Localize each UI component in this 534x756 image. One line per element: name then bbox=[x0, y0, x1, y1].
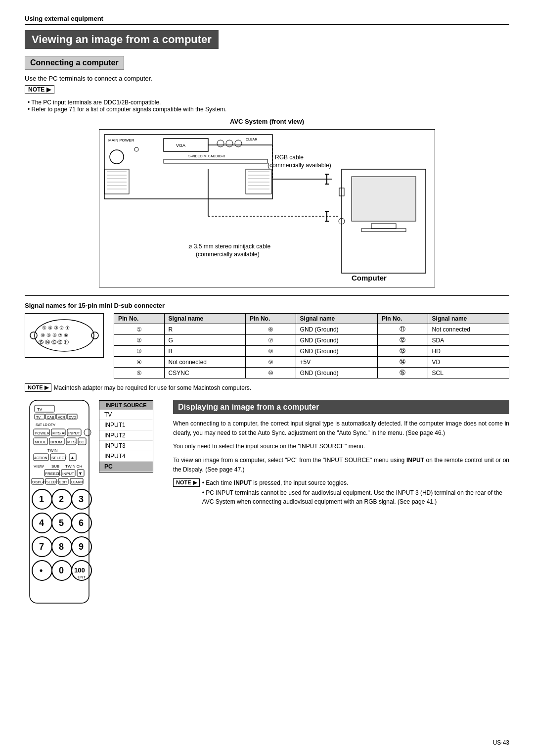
right-bottom: Displaying an image from a computer When… bbox=[173, 400, 509, 610]
pin1-cell: ④ bbox=[114, 357, 165, 368]
svg-text:TWIN: TWIN bbox=[47, 448, 58, 453]
pin1-cell: ⑤ bbox=[114, 368, 165, 378]
signal-section-title: Signal names for 15-pin mini D-sub conne… bbox=[25, 302, 509, 309]
svg-text:ACTION: ACTION bbox=[34, 456, 47, 460]
svg-text:SUB: SUB bbox=[51, 464, 59, 469]
svg-rect-12 bbox=[104, 169, 129, 194]
pin1-cell: ③ bbox=[114, 346, 165, 357]
svg-point-47 bbox=[91, 332, 98, 339]
sig1-cell: B bbox=[164, 346, 245, 357]
svg-text:8: 8 bbox=[59, 542, 64, 552]
svg-rect-4 bbox=[164, 139, 208, 151]
signal-layout: ⑤ ④ ③ ② ① ⑩ ⑨ ⑧ ⑦ ⑥ ⑮ ⑭ ⑬ ⑫ ⑪ Pin No. Si… bbox=[25, 313, 509, 378]
svg-rect-11 bbox=[164, 159, 267, 163]
pin3-cell: ⑭ bbox=[378, 357, 428, 368]
sig2-cell: +5V bbox=[296, 357, 377, 368]
display-para-2: You only need to select the input source… bbox=[173, 442, 509, 451]
avc-diagram-title: AVC System (front view) bbox=[25, 118, 509, 125]
divider-signal bbox=[25, 295, 509, 296]
page-header: Using external equipment bbox=[25, 15, 509, 25]
svg-point-46 bbox=[30, 332, 37, 339]
display-para-3: To view an image from a computer, select… bbox=[173, 456, 509, 474]
svg-point-2 bbox=[110, 150, 124, 164]
svg-text:7: 7 bbox=[39, 542, 44, 552]
svg-text:SAT  LD  DTV: SAT LD DTV bbox=[36, 423, 55, 426]
table-row: ④ Not connected ⑨ +5V ⑭ VD bbox=[114, 357, 509, 368]
connector-diagram: ⑤ ④ ③ ② ① ⑩ ⑨ ⑧ ⑦ ⑥ ⑮ ⑭ ⑬ ⑫ ⑪ bbox=[25, 313, 104, 358]
table-row: ⑤ CSYNC ⑩ GND (Ground) ⑮ SCL bbox=[114, 368, 509, 378]
input-source-input1[interactable]: INPUT1 bbox=[99, 420, 153, 430]
connecting-intro: Use the PC terminals to connect a comput… bbox=[25, 75, 509, 82]
svg-text:TV: TV bbox=[36, 416, 41, 419]
table-row: ② G ⑦ GND (Ground) ⑫ SDA bbox=[114, 335, 509, 346]
col-sig3: Signal name bbox=[428, 314, 509, 324]
input-source-box: INPUT SOURCE TV INPUT1 INPUT2 INPUT3 INP… bbox=[99, 400, 153, 472]
connecting-note: NOTE ▶ bbox=[25, 85, 509, 96]
col-pin2: Pin No. bbox=[245, 314, 296, 324]
input-source-input2[interactable]: INPUT2 bbox=[99, 430, 153, 441]
input-source-header: INPUT SOURCE bbox=[99, 401, 153, 410]
svg-text:Computer: Computer bbox=[352, 274, 387, 282]
svg-text:MTS: MTS bbox=[67, 440, 76, 444]
svg-text:TV: TV bbox=[37, 407, 43, 412]
svg-text:▼: ▼ bbox=[78, 471, 83, 476]
pin3-cell: ⑬ bbox=[378, 346, 428, 357]
input-source-input3[interactable]: INPUT3 bbox=[99, 441, 153, 451]
svg-text:(commercially available): (commercially available) bbox=[267, 162, 331, 169]
svg-text:SELECT: SELECT bbox=[51, 456, 67, 460]
sig2-cell: GND (Ground) bbox=[296, 368, 377, 378]
input-source-tv[interactable]: TV bbox=[99, 410, 153, 420]
avc-diagram-section: AVC System (front view) MAIN POWER VGA C… bbox=[25, 118, 509, 287]
note-tag: NOTE ▶ bbox=[25, 85, 54, 94]
display-para-1: When connecting to a computer, the corre… bbox=[173, 419, 509, 438]
section-title: Using external equipment bbox=[25, 15, 509, 25]
svg-text:CLEAR: CLEAR bbox=[246, 138, 257, 141]
sig1-cell: G bbox=[164, 335, 245, 346]
svg-text:(commercially available): (commercially available) bbox=[196, 251, 260, 258]
displaying-heading: Displaying an image from a computer bbox=[173, 400, 509, 414]
main-title: Viewing an image from a computer bbox=[25, 30, 219, 49]
remote-svg: TV TV CAB VCR DVD SAT LD DTV POWER MTS A bbox=[25, 400, 94, 608]
svg-point-8 bbox=[235, 140, 242, 147]
svg-text:ENT: ENT bbox=[78, 575, 86, 579]
svg-rect-33 bbox=[371, 224, 396, 229]
avc-diagram-svg: MAIN POWER VGA CLEAR S-VIDEO MIX AUDIO-R bbox=[99, 129, 435, 287]
sig1-cell: Not connected bbox=[164, 357, 245, 368]
svg-text:CAB: CAB bbox=[47, 416, 54, 419]
sig3-cell: SCL bbox=[428, 368, 509, 378]
sig2-cell: GND (Ground) bbox=[296, 335, 377, 346]
displaying-note-text: • Each time INPUT is pressed, the input … bbox=[202, 478, 509, 507]
col-sig1: Signal name bbox=[164, 314, 245, 324]
sig1-cell: R bbox=[164, 324, 245, 335]
svg-text:FREEZE: FREEZE bbox=[45, 472, 61, 476]
page-number: US·43 bbox=[493, 739, 509, 746]
input-source-pc[interactable]: PC bbox=[99, 462, 153, 472]
svg-point-7 bbox=[226, 140, 233, 147]
pin3-cell: ⑮ bbox=[378, 368, 428, 378]
table-row: ① R ⑥ GND (Ground) ⑪ Not connected bbox=[114, 324, 509, 335]
pin3-cell: ⑫ bbox=[378, 335, 428, 346]
pin2-cell: ⑧ bbox=[245, 346, 296, 357]
sig3-cell: VD bbox=[428, 357, 509, 368]
svg-text:1: 1 bbox=[39, 494, 44, 504]
svg-text:RGB cable: RGB cable bbox=[275, 154, 304, 161]
svg-text:0: 0 bbox=[59, 566, 64, 575]
svg-text:ø 3.5 mm stereo minijack cable: ø 3.5 mm stereo minijack cable bbox=[188, 243, 270, 250]
remote-container: TV TV CAB VCR DVD SAT LD DTV POWER MTS A bbox=[25, 400, 163, 610]
svg-text:INPUT: INPUT bbox=[62, 472, 74, 476]
svg-rect-19 bbox=[246, 169, 271, 194]
displaying-note: NOTE ▶ • Each time INPUT is pressed, the… bbox=[173, 478, 509, 507]
svg-text:⑮ ⑭ ⑬ ⑫ ⑪: ⑮ ⑭ ⑬ ⑫ ⑪ bbox=[39, 339, 69, 345]
svg-point-6 bbox=[217, 140, 224, 147]
svg-text:DVD: DVD bbox=[69, 416, 76, 419]
input-source-input4[interactable]: INPUT4 bbox=[99, 451, 153, 462]
svg-text:MAIN POWER: MAIN POWER bbox=[108, 138, 134, 142]
svg-text:TWIN CH: TWIN CH bbox=[65, 464, 82, 469]
signal-table: Pin No. Signal name Pin No. Signal name … bbox=[114, 313, 509, 378]
pin1-cell: ② bbox=[114, 335, 165, 346]
pin2-cell: ⑨ bbox=[245, 357, 296, 368]
svg-text:SLEEP: SLEEP bbox=[46, 480, 58, 484]
bottom-section: TV TV CAB VCR DVD SAT LD DTV POWER MTS A bbox=[25, 400, 509, 610]
pin2-cell: ⑦ bbox=[245, 335, 296, 346]
pin2-cell: ⑥ bbox=[245, 324, 296, 335]
